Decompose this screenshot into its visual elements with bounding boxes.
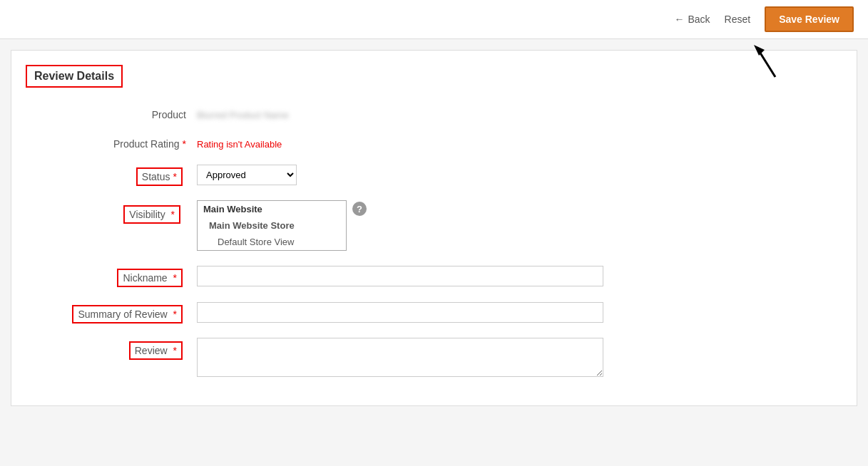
summary-input[interactable] (197, 302, 603, 323)
summary-label-container: Summary of Review * (54, 301, 197, 323)
rating-required: * (183, 138, 186, 150)
summary-row: Summary of Review * (26, 301, 842, 323)
header-bar: ← Back Reset Save Review (0, 0, 868, 39)
back-label: Back (688, 14, 710, 25)
summary-label-box: Summary of Review * (72, 305, 183, 323)
status-label-box: Status * (136, 167, 183, 186)
back-button[interactable]: ← Back (674, 14, 710, 25)
review-textarea[interactable] (197, 338, 603, 377)
back-arrow-icon: ← (674, 14, 684, 25)
visibility-main-website-store[interactable]: Main Website Store (198, 217, 346, 234)
visibility-input-area: Main Website Main Website Store Default … (197, 200, 367, 251)
status-label: Status (142, 171, 170, 182)
review-label: Review (135, 345, 168, 356)
help-icon[interactable]: ? (352, 202, 367, 216)
status-label-container: Status * (54, 164, 197, 186)
arrow-annotation (750, 41, 786, 81)
status-row: Status * Approved Pending Not Approved (26, 164, 842, 186)
status-select[interactable]: Approved Pending Not Approved (197, 165, 297, 185)
nickname-label-box: Nickname * (117, 269, 183, 287)
visibility-required: * (171, 209, 175, 220)
summary-label: Summary of Review (78, 309, 167, 320)
product-row: Product Blurred Product Name (26, 105, 842, 120)
rating-row: Product Rating* Rating isn't Available (26, 135, 842, 150)
section-title: Review Details (26, 65, 123, 88)
visibility-listbox[interactable]: Main Website Main Website Store Default … (197, 200, 347, 251)
review-row: Review * (26, 338, 842, 377)
nickname-input[interactable] (197, 266, 603, 286)
visibility-label-container: Visibility * (54, 200, 197, 224)
reset-button[interactable]: Reset (725, 14, 751, 25)
visibility-label: Visibility (129, 209, 165, 220)
main-content: Review Details Product Blurred Product N… (11, 50, 857, 406)
summary-required: * (173, 309, 177, 320)
review-label-box: Review * (129, 341, 183, 360)
review-label-container: Review * (54, 338, 197, 360)
product-label: Product (54, 105, 197, 120)
review-required: * (173, 345, 177, 356)
nickname-row: Nickname * (26, 265, 842, 287)
rating-unavailable: Rating isn't Available (197, 135, 282, 150)
nickname-required: * (173, 272, 177, 284)
visibility-row: Visibility * Main Website Main Website S… (26, 200, 842, 251)
nickname-label-container: Nickname * (54, 265, 197, 287)
rating-label: Product Rating* (54, 135, 197, 150)
status-required: * (173, 171, 177, 182)
visibility-main-website[interactable]: Main Website (198, 201, 346, 217)
svg-marker-1 (754, 45, 765, 56)
visibility-label-box: Visibility * (123, 205, 180, 224)
save-review-button[interactable]: Save Review (765, 6, 854, 32)
nickname-label: Nickname (123, 272, 167, 284)
visibility-default-store-view[interactable]: Default Store View (198, 234, 346, 250)
product-value: Blurred Product Name (197, 106, 289, 120)
